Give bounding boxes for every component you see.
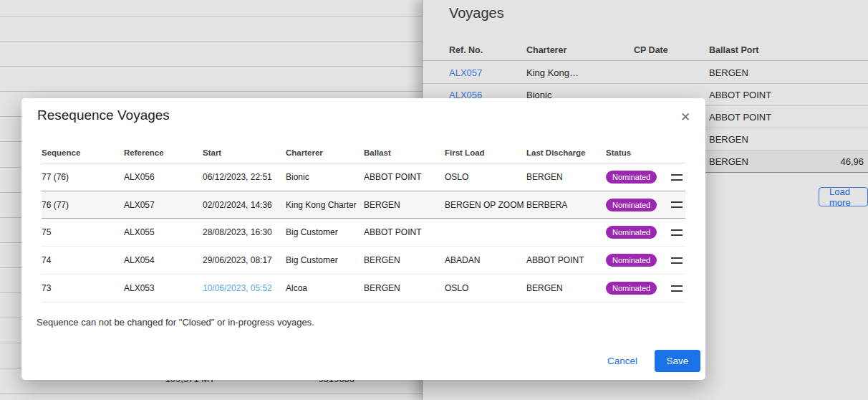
cell-ballast: ABBOT POINT — [364, 172, 445, 182]
cell-sequence: 74 — [42, 255, 124, 265]
cell-charterer: Big Customer — [286, 255, 364, 265]
column-header-start: Start — [203, 148, 286, 157]
cell-reference: ALX053 — [124, 283, 203, 293]
cell-charterer: Bionic — [286, 172, 364, 182]
drag-handle-icon[interactable] — [671, 285, 683, 292]
cell-drag — [670, 257, 685, 264]
cell-sequence: 76 (77) — [42, 200, 124, 210]
dialog-actions: Cancel Save — [596, 350, 700, 372]
drag-handle-icon[interactable] — [671, 201, 683, 208]
cell-reference: ALX055 — [124, 227, 203, 237]
status-badge: Nominated — [606, 254, 657, 267]
cell-sequence: 77 (76) — [42, 172, 124, 182]
cell-ballast: BERGEN — [364, 283, 445, 293]
cell-start: 29/06/2023, 08:17 — [203, 255, 286, 265]
cell-status: Nominated — [606, 199, 670, 211]
cell-first-load: OSLO — [445, 283, 526, 293]
table-row: 77 (76) ALX056 06/12/2023, 22:51 Bionic … — [42, 163, 685, 191]
close-icon[interactable]: ✕ — [677, 108, 694, 125]
cell-last-discharge: BERGEN — [526, 283, 606, 293]
sequence-note-text: Sequence can not be changed for "Closed"… — [37, 317, 314, 328]
status-badge: Nominated — [606, 171, 657, 184]
resequence-voyages-dialog: Resequence Voyages ✕ Sequence Reference … — [21, 98, 705, 380]
cell-last-discharge: BERGEN — [526, 172, 606, 182]
cell-last-discharge: BERBERA — [526, 200, 606, 210]
cell-reference: ALX056 — [124, 172, 203, 182]
cell-ballast: BERGEN — [364, 200, 445, 210]
column-header-reference: Reference — [124, 148, 203, 157]
cell-ballast: ABBOT POINT — [364, 227, 445, 237]
cell-drag — [670, 229, 685, 236]
column-header-ballast: Ballast — [364, 148, 445, 157]
cell-charterer: Alcoa — [286, 283, 364, 293]
cell-ballast: BERGEN — [364, 255, 445, 265]
cell-drag — [670, 201, 685, 208]
column-header-first-load: First Load — [445, 148, 526, 157]
cell-start: 06/12/2023, 22:51 — [203, 172, 286, 182]
cancel-button[interactable]: Cancel — [596, 350, 649, 372]
drag-handle-icon[interactable] — [671, 257, 683, 264]
app-screen: 109,571 MT 9319686 Voyages Ref. No. Char… — [0, 0, 868, 400]
column-header-last-discharge: Last Discharge — [526, 148, 606, 157]
cell-charterer: King Kong Charter — [286, 200, 364, 210]
cell-charterer: Big Customer — [286, 227, 364, 237]
cell-last-discharge: ABBOT POINT — [526, 255, 606, 265]
drag-handle-icon[interactable] — [671, 174, 683, 181]
cell-reference: ALX057 — [124, 200, 203, 210]
status-badge: Nominated — [606, 199, 657, 211]
cell-drag — [670, 174, 685, 181]
cell-first-load: BERGEN OP ZOOM — [445, 200, 526, 210]
cell-start: 28/08/2023, 16:30 — [203, 227, 286, 237]
table-row-dragged: 76 (77) ALX057 02/02/2024, 14:36 King Ko… — [42, 191, 685, 219]
save-button[interactable]: Save — [655, 350, 700, 372]
cell-sequence: 73 — [42, 283, 124, 293]
resequence-table-header: Sequence Reference Start Charterer Balla… — [42, 143, 685, 163]
cell-status: Nominated — [606, 282, 670, 295]
table-row: 74 ALX054 29/06/2023, 08:17 Big Customer… — [42, 247, 685, 275]
dialog-title: Resequence Voyages — [37, 108, 170, 123]
cell-status: Nominated — [606, 171, 670, 184]
cell-reference: ALX054 — [124, 255, 203, 265]
cell-status: Nominated — [606, 254, 670, 267]
cell-status: Nominated — [606, 226, 670, 239]
table-row: 75 ALX055 28/08/2023, 16:30 Big Customer… — [42, 219, 685, 247]
cell-start: 02/02/2024, 14:36 — [203, 200, 286, 210]
cell-drag — [670, 285, 685, 292]
resequence-table: Sequence Reference Start Charterer Balla… — [42, 143, 685, 303]
column-header-sequence: Sequence — [42, 148, 124, 157]
cell-first-load: ABADAN — [445, 255, 526, 265]
drag-handle-icon[interactable] — [671, 229, 683, 236]
cell-start: 10/06/2023, 05:52 — [203, 283, 286, 293]
cell-first-load: OSLO — [445, 172, 526, 182]
start-date-link[interactable]: 10/06/2023, 05:52 — [203, 283, 272, 293]
status-badge: Nominated — [606, 226, 657, 239]
column-header-status: Status — [606, 148, 670, 157]
cell-sequence: 75 — [42, 227, 124, 237]
table-row: 73 ALX053 10/06/2023, 05:52 Alcoa BERGEN… — [42, 275, 685, 303]
status-badge: Nominated — [606, 282, 657, 295]
column-header-charterer: Charterer — [286, 148, 364, 157]
